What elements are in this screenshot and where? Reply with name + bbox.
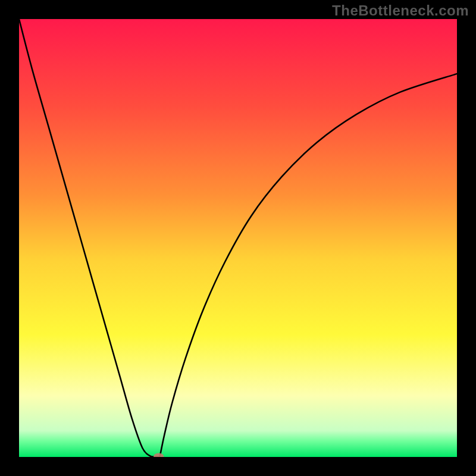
bottleneck-chart — [19, 19, 457, 457]
plot-area — [19, 19, 457, 457]
watermark-label: TheBottleneck.com — [332, 2, 469, 19]
chart-frame: TheBottleneck.com — [0, 0, 476, 476]
